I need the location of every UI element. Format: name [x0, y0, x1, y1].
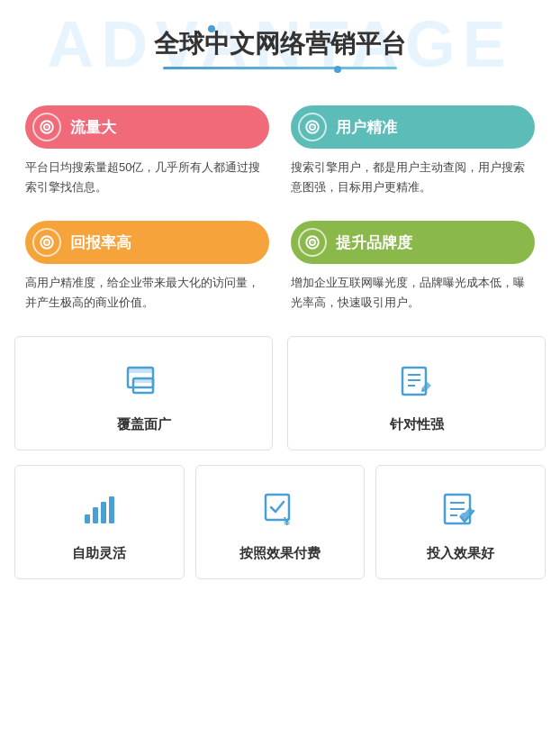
svg-rect-15 [133, 378, 153, 383]
badge-roi: 回报率高 [25, 221, 269, 264]
page-title: 全球中文网络营销平台 [18, 27, 542, 61]
feature-coverage: 覆盖面广 [14, 336, 273, 450]
flexible-icon [77, 487, 121, 534]
svg-rect-21 [93, 507, 98, 523]
badge-traffic-label: 流量大 [70, 117, 116, 138]
brand-icon [298, 228, 327, 257]
roi-icon [32, 228, 61, 257]
targeted-icon [395, 359, 438, 405]
traffic-icon [32, 113, 61, 141]
flexible-label: 自助灵活 [72, 545, 126, 562]
roi2-icon [439, 487, 483, 534]
badge-precision: 用户精准 [291, 105, 535, 149]
svg-rect-13 [128, 368, 153, 373]
advantage-grid: 流量大 平台日均搜索量超50亿，几乎所有人都通过搜索引擎找信息。 用户精准 搜索… [0, 87, 560, 327]
dot-bottom [334, 66, 341, 73]
roi2-label: 投入效果好 [427, 545, 494, 562]
feature-row-2: 覆盖面广 针对性强 [14, 336, 546, 450]
svg-rect-20 [85, 514, 90, 523]
precision-desc: 搜索引擎用户，都是用户主动查阅，用户搜索意图强，目标用户更精准。 [291, 158, 535, 197]
svg-rect-22 [101, 502, 106, 523]
targeted-label: 针对性强 [390, 416, 444, 433]
svg-point-11 [312, 241, 313, 243]
badge-brand: 提升品牌度 [291, 221, 535, 264]
coverage-label: 覆盖面广 [117, 416, 171, 433]
feature-section: 覆盖面广 针对性强 [0, 327, 560, 588]
badge-traffic: 流量大 [25, 105, 269, 149]
advantage-traffic: 流量大 平台日均搜索量超50亿，几乎所有人都通过搜索引擎找信息。 [14, 96, 280, 212]
pay-label: 按照效果付费 [239, 545, 321, 562]
svg-rect-23 [109, 496, 114, 523]
pay-icon: ¥ [258, 487, 302, 534]
badge-precision-label: 用户精准 [336, 117, 397, 138]
badge-brand-label: 提升品牌度 [336, 232, 412, 253]
feature-pay: ¥ 按照效果付费 [195, 465, 366, 579]
traffic-desc: 平台日均搜索量超50亿，几乎所有人都通过搜索引擎找信息。 [25, 158, 269, 197]
svg-point-2 [46, 126, 48, 128]
header: ADVANTAGE 全球中文网络营销平台 [0, 0, 560, 87]
advantage-brand: 提升品牌度 增加企业互联网曝光度，品牌曝光成本低，曝光率高，快速吸引用户。 [280, 212, 546, 327]
svg-point-5 [312, 126, 313, 128]
svg-point-8 [46, 241, 48, 243]
feature-row-3: 自助灵活 ¥ 按照效果付费 [14, 465, 546, 579]
svg-text:¥: ¥ [284, 514, 291, 528]
precision-icon [298, 113, 327, 141]
badge-roi-label: 回报率高 [70, 232, 131, 253]
advantage-roi: 回报率高 高用户精准度，给企业带来最大化的访问量，并产生极高的商业价值。 [14, 212, 280, 327]
feature-flexible: 自助灵活 [14, 465, 185, 579]
title-underline [163, 67, 397, 69]
feature-targeted: 针对性强 [287, 336, 546, 450]
roi-desc: 高用户精准度，给企业带来最大化的访问量，并产生极高的商业价值。 [25, 273, 269, 313]
dot-top [208, 25, 215, 32]
coverage-icon [122, 359, 166, 405]
brand-desc: 增加企业互联网曝光度，品牌曝光成本低，曝光率高，快速吸引用户。 [291, 273, 535, 313]
feature-roi2: 投入效果好 [375, 465, 546, 579]
advantage-precision: 用户精准 搜索引擎用户，都是用户主动查阅，用户搜索意图强，目标用户更精准。 [280, 96, 546, 212]
